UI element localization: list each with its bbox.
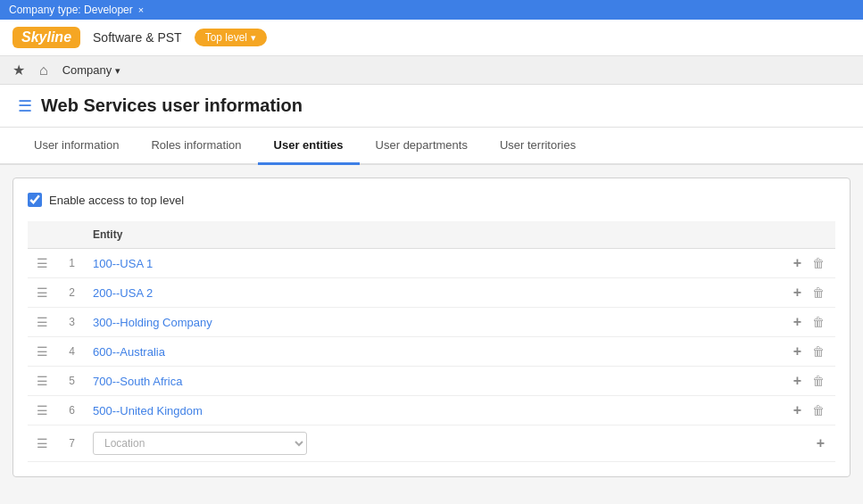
- location-input-cell: Location: [84, 426, 782, 462]
- actions-cell: + 🗑: [782, 396, 835, 426]
- drag-handle-icon[interactable]: ☰: [37, 315, 48, 329]
- add-row-button[interactable]: +: [792, 373, 803, 389]
- row-number: 5: [57, 367, 84, 396]
- home-icon[interactable]: ⌂: [39, 62, 48, 78]
- actions-cell: + 🗑: [782, 367, 835, 396]
- drag-handle-cell: ☰: [28, 337, 57, 367]
- row-number: 7: [57, 426, 84, 462]
- col-drag-header: [28, 221, 57, 249]
- row-number: 4: [57, 337, 84, 367]
- tab-roles-information[interactable]: Roles information: [135, 128, 257, 165]
- row-number: 1: [57, 249, 84, 278]
- table-row: ☰ 2 200--USA 2 + 🗑: [28, 278, 835, 308]
- tab-user-territories[interactable]: User territories: [484, 128, 592, 165]
- drag-handle-icon[interactable]: ☰: [37, 436, 48, 450]
- chevron-down-icon: [251, 31, 256, 44]
- drag-handle-cell: ☰: [28, 278, 57, 308]
- actions-cell: + 🗑: [782, 308, 835, 337]
- col-num-header: [57, 221, 84, 249]
- nav-dropdown[interactable]: Company: [62, 63, 121, 77]
- add-row-button[interactable]: +: [815, 435, 826, 451]
- tab-user-departments[interactable]: User departments: [360, 128, 484, 165]
- actions-cell: + 🗑: [782, 249, 835, 278]
- enable-access-label: Enable access to top level: [49, 194, 184, 207]
- header: Skyline Software & PST Top level: [0, 20, 863, 56]
- drag-handle-cell: ☰: [28, 308, 57, 337]
- delete-row-button[interactable]: 🗑: [810, 374, 826, 388]
- entity-link[interactable]: 200--USA 2: [93, 286, 153, 300]
- add-row-button[interactable]: +: [792, 343, 803, 359]
- row-number: 6: [57, 396, 84, 426]
- delete-row-button[interactable]: 🗑: [810, 344, 826, 359]
- top-level-badge[interactable]: Top level: [195, 29, 267, 46]
- col-actions-header: [782, 221, 835, 249]
- drag-handle-icon[interactable]: ☰: [37, 285, 48, 300]
- table-row: ☰ 7 Location +: [28, 426, 835, 462]
- entities-table: Entity ☰ 1 100--USA 1 + 🗑: [28, 221, 835, 462]
- drag-handle-icon[interactable]: ☰: [37, 256, 48, 270]
- enable-access-row: Enable access to top level: [28, 193, 835, 207]
- drag-handle-cell: ☰: [28, 396, 57, 426]
- entity-link[interactable]: 700--South Africa: [93, 375, 182, 388]
- actions-cell: + 🗑: [782, 278, 835, 308]
- location-select[interactable]: Location: [93, 432, 307, 455]
- table-body: ☰ 1 100--USA 1 + 🗑 ☰ 2 200--: [28, 249, 835, 462]
- table-row: ☰ 3 300--Holding Company + 🗑: [28, 308, 835, 337]
- row-number: 2: [57, 278, 84, 308]
- delete-row-button[interactable]: 🗑: [810, 315, 826, 329]
- top-bar-label: Company type: Developer: [9, 4, 133, 16]
- drag-handle-icon[interactable]: ☰: [37, 344, 48, 359]
- table-row: ☰ 5 700--South Africa + 🗑: [28, 367, 835, 396]
- entity-cell: 100--USA 1: [84, 249, 782, 278]
- entity-cell: 300--Holding Company: [84, 308, 782, 337]
- main-content: Enable access to top level Entity ☰ 1 1: [12, 178, 851, 477]
- actions-cell: + 🗑: [782, 337, 835, 367]
- nav-dropdown-label: Company: [62, 63, 112, 77]
- top-bar: Company type: Developer ×: [0, 0, 863, 20]
- table-row: ☰ 4 600--Australia + 🗑: [28, 337, 835, 367]
- drag-handle-cell: ☰: [28, 426, 57, 462]
- page-title-bar: ☰ Web Services user information: [0, 85, 863, 128]
- table-row: ☰ 6 500--United Kingdom + 🗑: [28, 396, 835, 426]
- tab-user-entities[interactable]: User entities: [258, 128, 360, 165]
- page-title: Web Services user information: [41, 95, 303, 116]
- drag-handle-cell: ☰: [28, 249, 57, 278]
- entity-cell: 500--United Kingdom: [84, 396, 782, 426]
- entity-cell: 200--USA 2: [84, 278, 782, 308]
- star-icon[interactable]: ★: [12, 62, 25, 78]
- logo: Skyline: [12, 27, 80, 48]
- nav-bar: ★ ⌂ Company: [0, 56, 863, 85]
- delete-row-button[interactable]: 🗑: [810, 285, 826, 300]
- entity-link[interactable]: 500--United Kingdom: [93, 404, 203, 417]
- delete-row-button[interactable]: 🗑: [810, 256, 826, 270]
- drag-handle-icon[interactable]: ☰: [37, 374, 48, 388]
- add-row-button[interactable]: +: [792, 314, 803, 330]
- add-row-button[interactable]: +: [792, 285, 803, 301]
- row-number: 3: [57, 308, 84, 337]
- enable-access-checkbox[interactable]: [28, 193, 42, 207]
- table-header-row: Entity: [28, 221, 835, 249]
- drag-handle-icon[interactable]: ☰: [37, 403, 48, 417]
- tabs-bar: User information Roles information User …: [0, 128, 863, 165]
- drag-handle-cell: ☰: [28, 367, 57, 396]
- list-icon: ☰: [18, 96, 32, 116]
- entity-link[interactable]: 600--Australia: [93, 345, 165, 359]
- actions-cell: +: [782, 426, 835, 462]
- entity-cell: 600--Australia: [84, 337, 782, 367]
- tab-user-information[interactable]: User information: [18, 128, 135, 165]
- entity-link[interactable]: 300--Holding Company: [93, 316, 212, 329]
- add-row-button[interactable]: +: [792, 402, 803, 418]
- entity-cell: 700--South Africa: [84, 367, 782, 396]
- table-row: ☰ 1 100--USA 1 + 🗑: [28, 249, 835, 278]
- delete-row-button[interactable]: 🗑: [810, 403, 826, 417]
- nav-chevron-icon: [115, 63, 120, 77]
- add-row-button[interactable]: +: [792, 255, 803, 271]
- col-entity-header: Entity: [84, 221, 782, 249]
- top-level-label: Top level: [205, 31, 247, 44]
- entity-link[interactable]: 100--USA 1: [93, 257, 153, 270]
- company-name: Software & PST: [93, 30, 182, 45]
- top-bar-close[interactable]: ×: [138, 4, 144, 15]
